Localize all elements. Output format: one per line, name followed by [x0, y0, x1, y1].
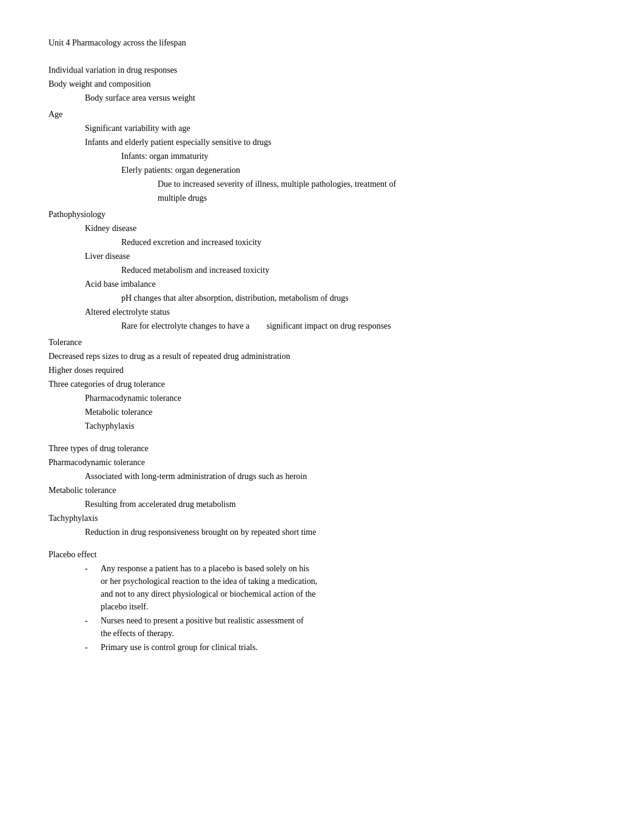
altered-electrolyte: Altered electrolyte status — [85, 306, 595, 318]
three-types: Three types of drug tolerance — [49, 442, 595, 455]
metabolic-tolerance1: Metabolic tolerance — [85, 406, 595, 418]
bullet3-text: Primary use is control group for clinica… — [101, 641, 595, 654]
sig-variability: Significant variability with age — [85, 122, 595, 135]
reduction-in: Reduction in drug responsiveness brought… — [85, 526, 595, 538]
associated-with: Associated with long-term administration… — [85, 470, 595, 483]
tachyphylaxis1: Tachyphylaxis — [85, 420, 595, 432]
ph-changes: pH changes that alter absorption, distri… — [121, 292, 595, 304]
kidney-disease: Kidney disease — [85, 222, 595, 235]
bullet2-dash: - — [85, 614, 97, 640]
metabolic-tolerance2: Metabolic tolerance — [49, 484, 595, 497]
pathophysiology: Pathophysiology — [49, 208, 595, 221]
bullet1-dash: - — [85, 562, 97, 613]
bullet2-text: Nurses need to present a positive but re… — [101, 614, 595, 640]
tolerance-heading: Tolerance — [49, 336, 595, 349]
due-to: Due to increased severity of illness, mu… — [158, 178, 595, 190]
multiple-drugs: multiple drugs — [158, 192, 595, 204]
decreased-reps: Decreased reps sizes to drug as a result… — [49, 350, 595, 363]
list-item: - Any response a patient has to a placeb… — [85, 562, 595, 613]
liver-disease: Liver disease — [85, 250, 595, 263]
individual-variation: Individual variation in drug responses — [49, 64, 595, 76]
placebo-effect: Placebo effect — [49, 548, 595, 561]
bullet1-text: Any response a patient has to a placebo … — [101, 562, 595, 613]
list-item: - Nurses need to present a positive but … — [85, 614, 595, 640]
three-categories: Three categories of drug tolerance — [49, 378, 595, 391]
resulting-from: Resulting from accelerated drug metaboli… — [85, 498, 595, 511]
page-title: Unit 4 Pharmacology across the lifespan — [49, 36, 595, 49]
body-surface: Body surface area versus weight — [85, 92, 595, 104]
pharmacodynamic-tolerance2: Pharmacodynamic tolerance — [49, 456, 595, 469]
list-item: - Primary use is control group for clini… — [85, 641, 595, 654]
reduced-excretion: Reduced excretion and increased toxicity — [121, 236, 595, 249]
age-heading: Age — [49, 108, 595, 121]
bullet3-dash: - — [85, 641, 97, 654]
body-weight: Body weight and composition — [49, 78, 595, 90]
rare-for: Rare for electrolyte changes to have a s… — [121, 320, 595, 332]
tachyphylaxis2: Tachyphylaxis — [49, 512, 595, 525]
pharmacodynamic-tolerance1: Pharmacodynamic tolerance — [85, 392, 595, 404]
elderly-organ: Elerly patients: organ degeneration — [121, 164, 595, 176]
infants-elderly: Infants and elderly patient especially s… — [85, 136, 595, 149]
higher-doses: Higher doses required — [49, 364, 595, 377]
acid-base: Acid base imbalance — [85, 278, 595, 290]
infants-organ: Infants: organ immaturity — [121, 150, 595, 163]
reduced-metabolism: Reduced metabolism and increased toxicit… — [121, 264, 595, 277]
